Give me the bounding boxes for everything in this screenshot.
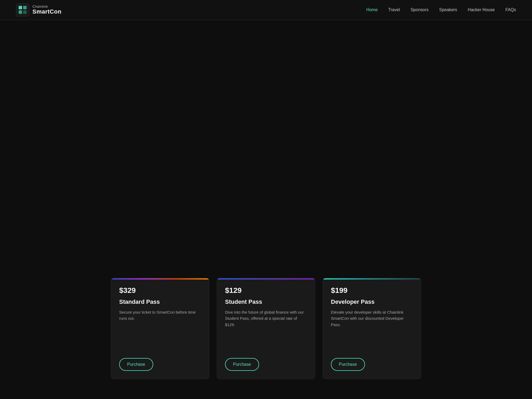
- card-standard-price: $329: [119, 286, 201, 295]
- nav-item-hacker-house[interactable]: Hacker House: [468, 7, 495, 12]
- cards-section: $329 Standard Pass Secure your ticket to…: [0, 278, 532, 379]
- navbar: Chainlink SmartCon Home Travel Sponsors …: [0, 0, 532, 20]
- nav-link-travel[interactable]: Travel: [388, 7, 400, 12]
- logo-smartcon-label: SmartCon: [32, 9, 61, 15]
- card-standard-title: Standard Pass: [119, 298, 201, 305]
- logo-text: Chainlink SmartCon: [32, 5, 61, 15]
- card-student: $129 Student Pass Dive into the future o…: [217, 278, 315, 379]
- nav-link-faqs[interactable]: FAQs: [505, 7, 516, 12]
- nav-item-home[interactable]: Home: [366, 7, 378, 12]
- nav-item-sponsors[interactable]: Sponsors: [410, 7, 429, 12]
- nav-link-hacker-house[interactable]: Hacker House: [468, 7, 495, 12]
- card-student-price: $129: [225, 286, 307, 295]
- main-content: $329 Standard Pass Secure your ticket to…: [0, 20, 532, 392]
- purchase-developer-button[interactable]: Purchase: [331, 358, 365, 371]
- svg-rect-2: [19, 10, 22, 14]
- purchase-student-button[interactable]: Purchase: [225, 358, 259, 371]
- nav-link-sponsors[interactable]: Sponsors: [410, 7, 429, 12]
- svg-rect-1: [23, 6, 27, 9]
- purchase-standard-button[interactable]: Purchase: [119, 358, 153, 371]
- logo-chainlink-label: Chainlink: [32, 5, 61, 9]
- svg-rect-0: [19, 6, 22, 9]
- svg-rect-3: [23, 10, 27, 14]
- nav-link-speakers[interactable]: Speakers: [439, 7, 457, 12]
- card-developer-title: Developer Pass: [331, 298, 413, 305]
- nav-links: Home Travel Sponsors Speakers Hacker Hou…: [366, 7, 516, 12]
- nav-item-speakers[interactable]: Speakers: [439, 7, 457, 12]
- card-standard: $329 Standard Pass Secure your ticket to…: [111, 278, 209, 379]
- nav-item-travel[interactable]: Travel: [388, 7, 400, 12]
- card-developer-price: $199: [331, 286, 413, 295]
- card-student-description: Dive into the future of global finance w…: [225, 309, 307, 350]
- card-developer: $199 Developer Pass Elevate your develop…: [323, 278, 421, 379]
- card-developer-description: Elevate your developer skills at Chainli…: [331, 309, 413, 350]
- logo-icon: [16, 3, 29, 16]
- logo: Chainlink SmartCon: [16, 3, 61, 16]
- nav-link-home[interactable]: Home: [366, 7, 378, 12]
- card-student-title: Student Pass: [225, 298, 307, 305]
- card-standard-description: Secure your ticket to SmartCon before ti…: [119, 309, 201, 350]
- nav-item-faqs[interactable]: FAQs: [505, 7, 516, 12]
